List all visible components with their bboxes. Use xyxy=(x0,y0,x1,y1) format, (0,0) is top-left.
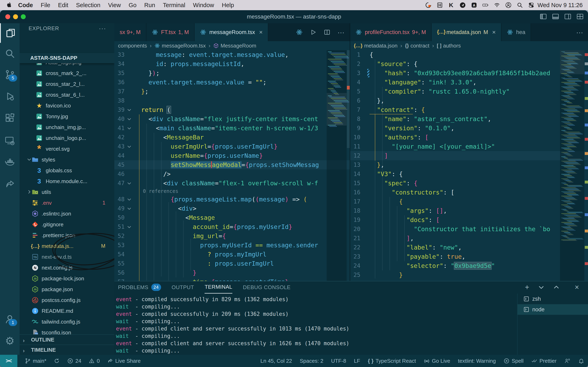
breadcrumb-messageroom[interactable]: MessageRoom xyxy=(213,43,256,49)
panel-close-icon[interactable]: × xyxy=(575,281,579,293)
timeline-section[interactable]: › TIMELINE xyxy=(20,345,114,355)
fold-chevron-icon[interactable] xyxy=(125,142,134,151)
activity-scm-button[interactable]: 5 xyxy=(0,65,20,84)
status-live-share[interactable]: Live Share xyxy=(107,358,141,364)
tab-messageroom-tsx[interactable]: messageRoom.tsx× xyxy=(195,23,268,41)
menu-selection[interactable]: Selection xyxy=(72,0,104,10)
fold-chevron-icon[interactable] xyxy=(125,195,134,204)
title-bar[interactable]: messageRoom.tsx — astar-sns-dapp xyxy=(0,10,588,23)
battery-icon[interactable] xyxy=(481,1,490,9)
code-line-25[interactable]: 25 } xyxy=(350,270,588,280)
status-lf[interactable]: LF xyxy=(354,358,360,364)
code-line-38[interactable]: 38 xyxy=(114,96,350,105)
menu-file[interactable]: File xyxy=(37,0,54,10)
activity-search-button[interactable] xyxy=(0,44,20,63)
file-row-readme-md[interactable]: README.md xyxy=(20,306,114,317)
layout-bottom-icon[interactable] xyxy=(552,13,559,20)
code-editor-metadata[interactable]: 1{2 "source": {3 "hash": "0xd930cb93ee89… xyxy=(350,50,588,281)
code-line-15[interactable]: 15 "spec": { xyxy=(350,179,588,188)
chev-down-icon[interactable] xyxy=(538,284,544,290)
breadcrumb-metadata-json[interactable]: {…}metadata.json xyxy=(354,43,398,49)
menu-edit[interactable]: Edit xyxy=(54,0,72,10)
code-line-37[interactable]: 37 }; xyxy=(114,87,350,96)
panel-tab-debug-console[interactable]: DEBUG CONSOLE xyxy=(243,281,291,293)
code-line-14[interactable]: 14 "V3": { xyxy=(350,169,588,179)
status-textlint-warning[interactable]: textlint: Warning xyxy=(458,358,496,364)
fold-chevron-icon[interactable] xyxy=(125,105,134,114)
file-row-tonny-jpg[interactable]: Tonny.jpg xyxy=(20,111,114,122)
activity-remote-button[interactable] xyxy=(0,131,20,150)
file-row-utils[interactable]: utils xyxy=(20,187,114,198)
status-typescript-react[interactable]: { }TypeScript React xyxy=(368,358,416,364)
code-line-3[interactable]: 3 "hash": "0xd930cb93ee892a6cba9f18465f1… xyxy=(350,68,588,78)
activity-debug-button[interactable] xyxy=(0,86,20,106)
code-line-12[interactable]: 12 ] xyxy=(350,151,588,160)
file-row-favicon-ico[interactable]: ★favicon.ico xyxy=(20,100,114,111)
file-row-tailwind-config-js[interactable]: tailwind.config.js xyxy=(20,317,114,327)
activity-liveshare-button[interactable] xyxy=(0,175,20,194)
code-line-49[interactable]: 49 <div> xyxy=(114,204,350,213)
code-line-50[interactable]: 50 <Message xyxy=(114,213,350,222)
activity-gear-button[interactable]: ⚙ xyxy=(0,331,20,351)
file-row-postcss-config-js[interactable]: postcss.config.js xyxy=(20,295,114,306)
code-line-20[interactable]: 20 "Constructor that initializes the `bo xyxy=(350,225,588,234)
code-line-45[interactable]: 45 setShowMessageModal={props.setShowMes… xyxy=(114,160,350,169)
file-row-unchain-logo-p-[interactable]: unchain_logo.p... xyxy=(20,133,114,143)
panel-tab-output[interactable]: OUTPUT xyxy=(172,281,194,293)
code-line-7[interactable]: 7 "contract": { xyxy=(350,105,588,114)
code-line-35[interactable]: 35 }); xyxy=(114,68,350,78)
code-line-19[interactable]: 19 "docs": [ xyxy=(350,215,588,225)
file-row-styles[interactable]: styles xyxy=(20,154,114,165)
layout-grid-icon[interactable] xyxy=(576,13,584,20)
status--[interactable]: >< xyxy=(0,355,17,367)
code-line-41[interactable]: 41 <main className="items-center h-scree… xyxy=(114,124,350,133)
kbd-k-icon[interactable]: K xyxy=(447,1,456,9)
menu-view[interactable]: View xyxy=(104,0,125,10)
file-row-next-config-js[interactable]: Nnext.config.js xyxy=(20,262,114,273)
status-prettier[interactable]: Prettier xyxy=(531,358,557,364)
file-row-globals-css[interactable]: 3globals.css xyxy=(20,165,114,176)
status-go-live[interactable]: Go Live xyxy=(424,358,450,364)
file-row-cross-star-6-l-[interactable]: cross_star_6_l... xyxy=(20,90,114,100)
code-line-24[interactable]: 24 "selector": "0x9bae9d5e" xyxy=(350,261,588,270)
fold-chevron-icon[interactable] xyxy=(125,204,134,213)
tab-profilefunction-tsx[interactable]: profileFunction.tsx9+, M xyxy=(350,23,432,41)
code-line-52[interactable]: 52 img_url={ xyxy=(114,231,350,241)
file-row-package-json[interactable]: JSpackage.json xyxy=(20,284,114,295)
file-row-cross-star-2-l-[interactable]: cross_star_2_l... xyxy=(20,79,114,90)
status-feedback[interactable] xyxy=(564,358,571,364)
stage-icon[interactable] xyxy=(435,1,444,9)
apple-menu-icon[interactable] xyxy=(6,2,12,8)
code-line-6[interactable]: 6 }, xyxy=(350,96,588,105)
menu-window[interactable]: Window xyxy=(189,0,218,10)
menu-run[interactable]: Run xyxy=(140,0,159,10)
code-line-9[interactable]: 9 "version": "0.1.0", xyxy=(350,124,588,133)
code-line-44[interactable]: 44 userName={props.userName} xyxy=(114,151,350,160)
tab-ft-tsx[interactable]: FT.tsx1, M xyxy=(146,23,195,41)
breadcrumb-messageroom-tsx[interactable]: messageRoom.tsx xyxy=(154,43,206,49)
close-tab-icon[interactable]: × xyxy=(259,29,263,36)
app-a-icon[interactable]: A xyxy=(470,1,478,9)
file-row-package-lock-json[interactable]: JSpackage-lock.json xyxy=(20,273,114,284)
codelens[interactable]: 0 references xyxy=(114,188,350,195)
activity-docker-button[interactable] xyxy=(0,152,20,172)
breadcrumb-components[interactable]: components xyxy=(118,43,147,49)
status-0[interactable]: 0 xyxy=(89,358,100,364)
code-line-26[interactable]: 26 ], xyxy=(350,280,588,281)
code-line-34[interactable]: 34 id: props.messageListId, xyxy=(114,59,350,68)
file-row--env[interactable]: .env1 xyxy=(20,198,114,208)
code-line-55[interactable]: 55 : props.userImgUrl xyxy=(114,259,350,268)
code-line-36[interactable]: 36 event.target.message.value = ""; xyxy=(114,78,350,87)
code-editor-messageroom[interactable]: 33 message: event.target.message.value,3… xyxy=(114,50,350,281)
code-line-53[interactable]: 53 props.myUserId == message.sender xyxy=(114,241,350,250)
code-line-43[interactable]: 43 userImgUrl={props.userImgUrl} xyxy=(114,142,350,151)
code-line-1[interactable]: 1{ xyxy=(350,50,588,59)
breadcrumb-left[interactable]: components›messageRoom.tsx›MessageRoom xyxy=(114,41,350,50)
code-line-2[interactable]: 2 "source": { xyxy=(350,59,588,68)
layout-right-icon[interactable] xyxy=(564,13,572,20)
more-actions-icon[interactable]: ··· xyxy=(576,28,583,36)
code-line-42[interactable]: 42 <MessageBar xyxy=(114,133,350,142)
fold-chevron-icon[interactable] xyxy=(125,114,134,124)
menu-help[interactable]: Help xyxy=(218,0,238,10)
chev-up-icon[interactable] xyxy=(553,284,559,290)
